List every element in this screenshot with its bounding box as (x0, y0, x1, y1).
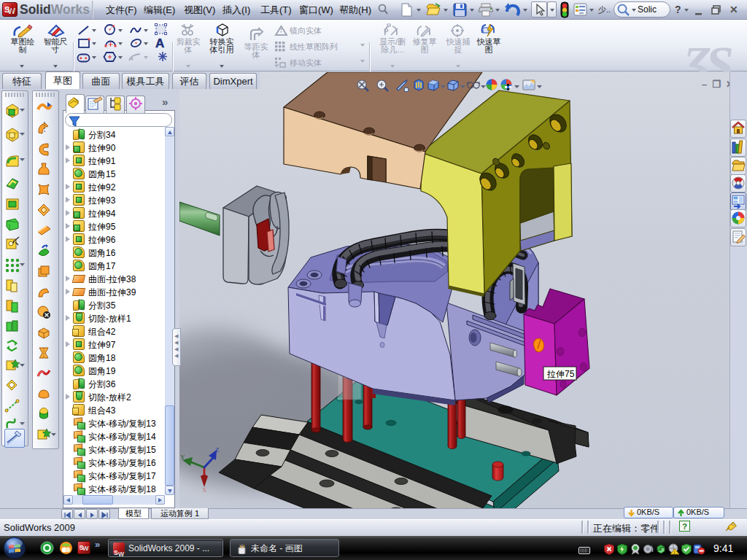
svg-text:拉伸75: 拉伸75 (546, 369, 575, 379)
svg-text:Y: Y (180, 454, 185, 461)
svg-text:键盘: 键盘 (579, 546, 587, 547)
svg-text:Z: Z (215, 446, 220, 454)
svg-text:X: X (202, 486, 207, 494)
